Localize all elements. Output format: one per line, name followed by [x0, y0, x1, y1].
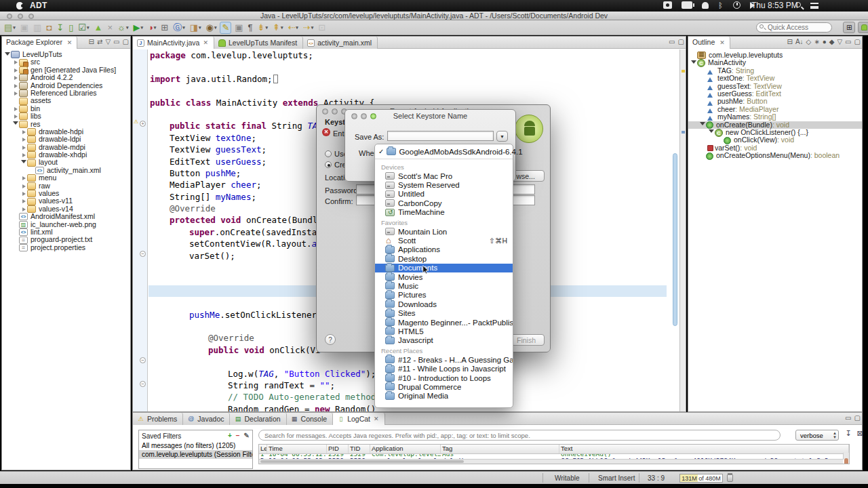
horizontal-scrollbar[interactable]	[259, 459, 843, 464]
folder-menu-item[interactable]: Scott's Mac Pro	[375, 171, 513, 180]
profile-button[interactable]: ◑▾	[146, 22, 157, 34]
show-source-button[interactable]: ▣	[233, 22, 244, 34]
filter-list-item[interactable]: All messages (no filters) (1205)	[139, 441, 252, 450]
hide-static-icon[interactable]: ∗	[814, 38, 819, 45]
quick-access-input[interactable]	[756, 22, 832, 33]
debug-button[interactable]: ☼▾	[116, 22, 130, 34]
folder-menu-item[interactable]: CarbonCopy	[375, 199, 513, 207]
folder-menu-item[interactable]: Music	[375, 281, 513, 290]
menubar-clock[interactable]: Thu 8:53 PM	[751, 1, 798, 10]
fold-collapse-icon[interactable]: −	[140, 357, 146, 363]
fold-expand-icon[interactable]: +	[140, 121, 146, 127]
collapse-all-icon[interactable]: ⊟	[787, 38, 792, 45]
edit-filter-icon[interactable]: ✎	[244, 432, 250, 439]
folder-menu-item[interactable]: HTML5	[375, 327, 513, 336]
expand-dialog-button[interactable]: ▼	[496, 131, 508, 142]
warning-mark[interactable]	[682, 70, 685, 73]
tree-item[interactable]: AndroidManifest.xml	[2, 213, 130, 220]
expand-arrow-icon[interactable]	[21, 136, 27, 143]
hide-fields-icon[interactable]: ◇	[806, 38, 812, 45]
run-gc-button[interactable]	[727, 474, 733, 482]
pin-editor-button[interactable]: ⊡	[317, 22, 327, 34]
editor-tab[interactable]: activity_main.xml	[303, 37, 378, 49]
show-whitespace-button[interactable]: ¶	[247, 22, 254, 34]
avd-manager-button[interactable]: ▯	[67, 22, 75, 34]
outline-item[interactable]: userGuess : EditText	[688, 90, 862, 98]
search-button[interactable]: ◉▾	[205, 22, 218, 34]
tree-item[interactable]: Android 4.2.2	[2, 74, 130, 81]
filter-list-item[interactable]: com.levelup.leveluptuts (Session Filter)	[139, 450, 252, 459]
app-menu-name[interactable]: ADT	[30, 1, 47, 10]
next-annotation-button[interactable]: ⇟▾	[256, 22, 269, 34]
folder-menu-item[interactable]: Javascript	[375, 336, 513, 345]
expand-arrow-icon[interactable]	[13, 82, 19, 89]
tree-item[interactable]: bin	[2, 105, 130, 113]
column-header[interactable]: Text	[559, 445, 849, 453]
folder-menu-item[interactable]: #10 - Introduction to Loops	[375, 373, 513, 382]
export-android-app-button[interactable]: ◘	[45, 22, 53, 34]
current-folder-item[interactable]: ✓ GoogleAdMobAdsSdkAndroid-6.4.1	[375, 146, 513, 157]
link-with-editor-icon[interactable]: ⇄	[97, 38, 102, 45]
tree-item[interactable]: assets	[2, 97, 130, 104]
save-button[interactable]: ▣	[19, 22, 30, 34]
java-perspective-button[interactable]: Java	[858, 22, 868, 33]
notification-center-icon[interactable]	[810, 3, 818, 9]
remove-filter-icon[interactable]: −	[236, 432, 240, 439]
folder-menu-item[interactable]: Downloads	[375, 300, 513, 308]
mark-occurrences-button[interactable]: ✎	[220, 22, 231, 34]
column-header[interactable]: TID	[349, 445, 370, 453]
folder-menu-item[interactable]: Desktop	[375, 254, 513, 263]
tree-item[interactable]: ic_launcher-web.png	[2, 221, 130, 228]
log-level-select[interactable]: verbose▲▼	[795, 430, 839, 441]
close-tab-icon[interactable]: ✕	[203, 39, 208, 46]
close-tab-icon[interactable]: ✕	[374, 415, 379, 422]
bottom-panel-tab[interactable]: ▤Declaration	[230, 413, 286, 425]
use-existing-keystore-radio[interactable]	[325, 150, 332, 157]
column-header[interactable]: Application	[370, 445, 441, 453]
folder-menu-item[interactable]: Sites	[375, 308, 513, 317]
expand-arrow-icon[interactable]	[13, 105, 19, 113]
maximize-icon[interactable]: ▢	[854, 38, 861, 45]
vertical-scrollbar[interactable]	[843, 453, 849, 460]
minimize-icon[interactable]: ▭	[113, 38, 119, 45]
expand-arrow-icon[interactable]	[5, 50, 11, 60]
expand-arrow-icon[interactable]	[21, 144, 27, 151]
folder-menu-item[interactable]: Documents	[375, 264, 513, 272]
folder-menu-item[interactable]: Pictures	[375, 291, 513, 300]
expand-arrow-icon[interactable]	[13, 66, 19, 74]
folder-menu-item[interactable]: Movies	[375, 272, 513, 281]
minimize-icon[interactable]: ▭	[669, 38, 675, 45]
forward-button[interactable]: ⇢▾	[302, 22, 315, 34]
bottom-panel-tab[interactable]: @Javadoc	[183, 413, 230, 425]
lint-button[interactable]: ×	[106, 22, 114, 34]
maximize-icon[interactable]: ▢	[854, 414, 861, 422]
tree-item[interactable]: project.properties	[2, 244, 130, 251]
bottom-panel-tab[interactable]: ▦Console	[287, 413, 334, 425]
expand-arrow-icon[interactable]	[21, 190, 27, 197]
folder-menu-item[interactable]: Applications	[375, 245, 513, 254]
create-new-keystore-radio[interactable]	[325, 161, 332, 168]
editor-tab[interactable]: MainActivity.java✕	[133, 37, 214, 49]
expand-arrow-icon[interactable]	[13, 58, 19, 66]
folder-menu-item[interactable]: Original Media	[375, 392, 513, 401]
expand-arrow-icon[interactable]	[21, 197, 27, 205]
tree-item[interactable]: raw	[2, 182, 130, 190]
outline-item[interactable]: onCreateOptionsMenu(Menu) : boolean	[688, 152, 862, 159]
fold-collapse-icon[interactable]: −	[140, 251, 146, 257]
clear-log-icon[interactable]: ⊠	[855, 429, 865, 440]
notification-icon[interactable]	[702, 2, 709, 9]
tree-item[interactable]: activity_main.xml	[2, 167, 130, 174]
folder-menu-item[interactable]: Drupal Commerce	[375, 382, 513, 391]
view-menu-icon[interactable]: ▽	[837, 38, 842, 45]
apple-menu-icon[interactable]	[16, 2, 23, 9]
editor-tab[interactable]: LevelUpTuts Manifest	[214, 37, 303, 49]
expand-arrow-icon[interactable]	[21, 182, 27, 190]
collapse-all-icon[interactable]: ⊟	[89, 38, 94, 45]
occurrence-mark[interactable]	[682, 131, 685, 134]
outline-item[interactable]: MainActivity	[688, 59, 862, 66]
folder-menu-item[interactable]: Mountain Lion	[375, 227, 513, 236]
expand-arrow-icon[interactable]	[13, 119, 19, 129]
folder-menu-item[interactable]: System Reserved	[375, 180, 513, 189]
expand-arrow-icon[interactable]	[691, 58, 697, 68]
prev-annotation-button[interactable]: ⇞▾	[271, 22, 284, 34]
